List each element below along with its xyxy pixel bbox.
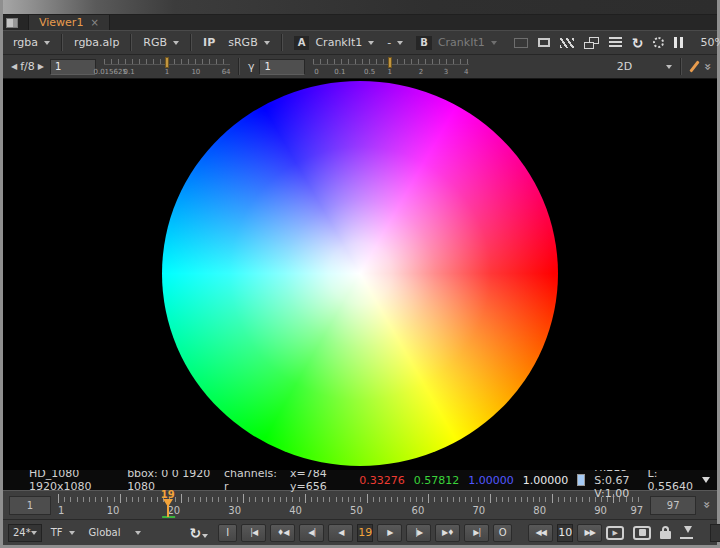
timeline-ruler[interactable]: 1 10 20 30 40 50 60 70 80 90 97 19 [58, 491, 643, 519]
cursor-coords: x=784 y=656 [290, 467, 346, 493]
input-process-label: IP [203, 36, 215, 49]
viewer-lut-value: sRGB [228, 36, 257, 49]
cliptest-icon[interactable] [560, 38, 574, 48]
current-frame-input[interactable]: 19 [357, 524, 373, 542]
fps-value: 24* [13, 527, 31, 538]
loop-icon: ↻ [190, 526, 202, 540]
chevron-down-icon [173, 41, 179, 45]
tick-label: 2 [419, 68, 423, 76]
color-wheel [162, 81, 558, 466]
chevron-down-icon [69, 531, 75, 535]
view-mode-dropdown[interactable]: 2D [612, 58, 677, 75]
gain-input[interactable]: 1 [50, 59, 96, 75]
gamma-input[interactable]: 1 [259, 59, 305, 75]
gamma-slider[interactable]: 0 0.1 0.5 1 2 3 4 [313, 56, 469, 77]
proxy-icon[interactable] [538, 38, 550, 47]
wipe-mode-dropdown[interactable]: - [382, 34, 408, 51]
refresh-icon[interactable]: ↻ [632, 36, 644, 50]
range-start-input[interactable]: 1 [9, 496, 51, 515]
play-backward-button[interactable]: ◀ [328, 524, 353, 542]
tick-label: 0 [314, 68, 318, 76]
tick-label: 1 [388, 68, 392, 76]
viewer-canvas[interactable] [3, 79, 717, 470]
render-icon[interactable] [680, 526, 693, 539]
goto-end-button[interactable]: ▶| [464, 524, 489, 542]
fstop-label: f/8 [20, 60, 35, 73]
playback-mode-dropdown[interactable]: ↻ [190, 526, 209, 540]
frame-increment-input[interactable]: 10 [557, 524, 573, 542]
render-icon-group: ▶ 97 [606, 524, 720, 542]
playhead-line [167, 505, 169, 517]
gain-slider-handle[interactable] [165, 57, 169, 68]
display-channels-dropdown[interactable]: RGB [138, 34, 184, 51]
gain-slider[interactable]: 0.015625 0.1 1 10 64 [104, 56, 230, 77]
in-point-button[interactable]: I [218, 524, 237, 542]
overflow-chevron-icon[interactable]: » [702, 63, 714, 71]
stop-icon[interactable] [633, 526, 651, 540]
play-forward-button[interactable]: ▶ [377, 524, 402, 542]
divider [281, 34, 283, 51]
step-back-button[interactable]: ◀| [299, 524, 324, 542]
pencil-icon[interactable] [690, 60, 700, 72]
flipbook-play-icon[interactable]: ▶ [606, 526, 624, 540]
next-keyframe-button[interactable]: ▶♦ [435, 524, 460, 542]
viewer-lut-dropdown[interactable]: sRGB [223, 34, 274, 51]
jump-forward-button[interactable]: ▶▶ [577, 524, 602, 542]
gamma-slider-handle[interactable] [388, 57, 392, 68]
frame-tick-label: 40 [289, 505, 302, 516]
tab-viewer1[interactable]: Viewer1 × [28, 15, 110, 30]
green-value: 0.57812 [414, 474, 460, 487]
chevron-down-icon [368, 41, 374, 45]
b-buffer-label: B [416, 36, 432, 50]
zoom-level-dropdown[interactable]: 50% [695, 34, 720, 51]
lock-icon[interactable] [660, 526, 671, 539]
scanline-icon[interactable] [609, 37, 622, 48]
prev-keyframe-button[interactable]: ♦◀ [270, 524, 295, 542]
a-input-dropdown[interactable]: A CrankIt1 [289, 34, 380, 52]
tick-label: 0.1 [124, 68, 135, 76]
tick-label: 10 [191, 68, 200, 76]
chevron-down-icon [666, 65, 672, 69]
chevron-down-icon [397, 41, 403, 45]
a-buffer-value: CrankIt1 [315, 36, 362, 49]
range-end-input[interactable]: 97 [650, 496, 696, 515]
frame-display-dropdown[interactable]: TF [46, 525, 80, 540]
channel-layer-value: rgba [13, 36, 38, 49]
tab-title: Viewer1 [39, 16, 83, 29]
frame-tick-label: 10 [107, 505, 120, 516]
fstop-down-button[interactable]: ◀ [8, 62, 20, 71]
roi-icon[interactable] [514, 38, 528, 48]
pause-icon[interactable] [674, 37, 683, 48]
frame-tick-label: 80 [533, 505, 546, 516]
divider [190, 34, 192, 51]
window-titlebar[interactable] [3, 0, 717, 15]
gear-icon[interactable] [653, 37, 664, 48]
tick-label: 3 [444, 68, 448, 76]
frame-tick-label: 30 [228, 505, 241, 516]
step-forward-button[interactable]: |▶ [406, 524, 431, 542]
alpha-channel-button[interactable]: rgba.alp [69, 34, 124, 51]
pane-icon[interactable] [6, 18, 18, 28]
channel-layer-dropdown[interactable]: rgba [8, 34, 55, 51]
jump-back-button[interactable]: ◀◀ [528, 524, 553, 542]
sample-swatch [577, 474, 585, 486]
channels-label: channels: r [224, 467, 277, 493]
transport-bar: 24* TF Global ↻ I |◀ ♦◀ ◀| ◀ 19 ▶ |▶ ▶♦ … [3, 519, 717, 545]
chevron-down-icon [491, 41, 497, 45]
range-mode-dropdown[interactable]: Global [84, 525, 146, 540]
monitor-out-icon[interactable] [584, 37, 599, 49]
b-buffer-value: CrankIt1 [438, 36, 485, 49]
tab-close-icon[interactable]: × [90, 17, 98, 28]
display-channels-value: RGB [143, 36, 167, 49]
b-input-dropdown[interactable]: B CrankIt1 [411, 34, 501, 52]
viewer-toolbar: rgba rgba.alp RGB IP sRGB A CrankIt1 - [3, 30, 717, 55]
fstop-up-button[interactable]: ▶ [35, 62, 47, 71]
overflow-chevron-icon[interactable]: » [701, 501, 713, 509]
goto-start-button[interactable]: |◀ [241, 524, 266, 542]
input-process-button[interactable]: IP [198, 34, 220, 51]
readout-dropdown-caret[interactable] [702, 477, 710, 483]
o-button[interactable]: O [493, 524, 512, 542]
chevron-down-icon [202, 534, 208, 538]
frame-tick-label: 90 [594, 505, 607, 516]
fps-dropdown[interactable]: 24* [8, 524, 42, 542]
